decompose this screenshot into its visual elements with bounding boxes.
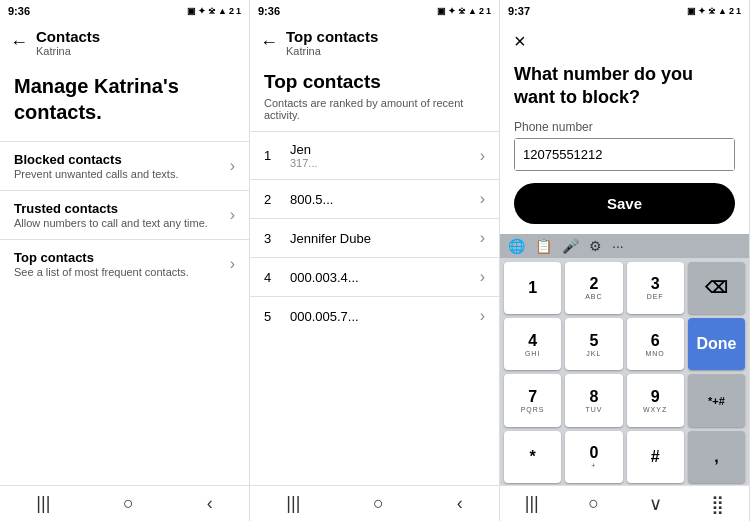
kb-key-1[interactable]: 1	[504, 262, 561, 314]
bottom-nav-1: ||| ○ ‹	[0, 485, 249, 521]
kb-more-icon[interactable]: ···	[612, 238, 624, 254]
blocked-contacts-text: Blocked contacts Prevent unwanted calls …	[14, 152, 230, 180]
status-time-2: 9:36	[258, 5, 280, 17]
nav-title-1: Contacts	[36, 28, 100, 45]
kb-key-star[interactable]: *	[504, 431, 561, 483]
contact-info-4: 000.003.4...	[290, 270, 480, 285]
nav-title-2: Top contacts	[286, 28, 378, 45]
contact-name-3: Jennifer Dube	[290, 231, 480, 246]
bottom-nav-grid-3[interactable]: ⣿	[711, 493, 724, 515]
contact-detail-1: 317...	[290, 157, 480, 169]
trusted-contacts-title: Trusted contacts	[14, 201, 230, 216]
top-contacts-item[interactable]: Top contacts See a list of most frequent…	[0, 239, 249, 288]
bottom-nav-home-1[interactable]: ○	[123, 493, 134, 514]
kb-key-symbols[interactable]: *+#	[688, 374, 745, 426]
contact-rank-1: 1	[264, 148, 280, 163]
contact-item-5[interactable]: 5 000.005.7... ›	[250, 296, 499, 335]
contact-chevron-3: ›	[480, 229, 485, 247]
kb-key-5[interactable]: 5JKL	[565, 318, 622, 370]
top-contacts-desc: Contacts are ranked by amount of recent …	[250, 97, 499, 131]
contact-info-3: Jennifer Dube	[290, 231, 480, 246]
kb-globe-icon[interactable]: 🌐	[508, 238, 525, 254]
keyboard-tool-icons: 🌐 📋 🎤 ⚙ ···	[508, 238, 624, 254]
nav-title-group-2: Top contacts Katrina	[286, 28, 378, 57]
back-button-2[interactable]: ←	[260, 32, 278, 53]
kb-key-6[interactable]: 6MNO	[627, 318, 684, 370]
kb-clipboard-icon[interactable]: 📋	[535, 238, 552, 254]
phone-number-label: Phone number	[500, 120, 749, 138]
contact-item-3[interactable]: 3 Jennifer Dube ›	[250, 218, 499, 257]
contact-item-2[interactable]: 2 800.5... ›	[250, 179, 499, 218]
bottom-nav-recent-1[interactable]: |||	[36, 493, 50, 514]
bottom-nav-home-3[interactable]: ○	[588, 493, 599, 514]
contact-chevron-5: ›	[480, 307, 485, 325]
status-icons-1: ▣ ✦ ※ ▲ 2 1	[187, 6, 241, 16]
bottom-nav-3: ||| ○ ∨ ⣿	[500, 485, 749, 521]
contact-rank-5: 5	[264, 309, 280, 324]
kb-key-7[interactable]: 7PQRS	[504, 374, 561, 426]
status-icons-3: ▣ ✦ ※ ▲ 2 1	[687, 6, 741, 16]
save-button[interactable]: Save	[514, 183, 735, 224]
kb-key-9[interactable]: 9WXYZ	[627, 374, 684, 426]
bottom-nav-recent-2[interactable]: |||	[286, 493, 300, 514]
bottom-nav-down-3[interactable]: ∨	[649, 493, 662, 515]
contact-chevron-2: ›	[480, 190, 485, 208]
kb-key-0[interactable]: 0+	[565, 431, 622, 483]
kb-key-8[interactable]: 8TUV	[565, 374, 622, 426]
panel-top-contacts: 9:36 ▣ ✦ ※ ▲ 2 1 ← Top contacts Katrina …	[250, 0, 500, 521]
top-contacts-chevron: ›	[230, 255, 235, 273]
kb-key-done[interactable]: Done	[688, 318, 745, 370]
phone-input-wrap	[514, 138, 735, 171]
bottom-nav-2: ||| ○ ‹	[250, 485, 499, 521]
kb-key-comma[interactable]: ,	[688, 431, 745, 483]
contact-chevron-4: ›	[480, 268, 485, 286]
bottom-nav-home-2[interactable]: ○	[373, 493, 384, 514]
panel-block-number: 9:37 ▣ ✦ ※ ▲ 2 1 × What number do you wa…	[500, 0, 750, 521]
contact-info-2: 800.5...	[290, 192, 480, 207]
bottom-nav-recent-3[interactable]: |||	[525, 493, 539, 514]
blocked-contacts-item[interactable]: Blocked contacts Prevent unwanted calls …	[0, 141, 249, 190]
contact-item-1[interactable]: 1 Jen 317... ›	[250, 131, 499, 179]
contact-info-5: 000.005.7...	[290, 309, 480, 324]
kb-key-2[interactable]: 2ABC	[565, 262, 622, 314]
nav-bar-1: ← Contacts Katrina	[0, 22, 249, 63]
contact-info-1: Jen 317...	[290, 142, 480, 169]
status-bar-3: 9:37 ▣ ✦ ※ ▲ 2 1	[500, 0, 749, 22]
top-contacts-heading: Top contacts	[250, 63, 499, 97]
kb-row-4: * 0+ # ,	[504, 431, 745, 483]
blocked-contacts-chevron: ›	[230, 157, 235, 175]
kb-mic-icon[interactable]: 🎤	[562, 238, 579, 254]
contact-item-4[interactable]: 4 000.003.4... ›	[250, 257, 499, 296]
panel-contacts: 9:36 ▣ ✦ ※ ▲ 2 1 ← Contacts Katrina Mana…	[0, 0, 250, 521]
panel-heading-1: Manage Katrina's contacts.	[0, 63, 249, 141]
kb-row-3: 7PQRS 8TUV 9WXYZ *+#	[504, 374, 745, 426]
keyboard-toolbar: 🌐 📋 🎤 ⚙ ···	[500, 234, 749, 258]
bottom-nav-back-2[interactable]: ‹	[457, 493, 463, 514]
dialog-question: What number do you want to block?	[500, 57, 749, 120]
nav-bar-2: ← Top contacts Katrina	[250, 22, 499, 63]
nav-subtitle-1: Katrina	[36, 45, 100, 57]
contact-chevron-1: ›	[480, 147, 485, 165]
top-contacts-text: Top contacts See a list of most frequent…	[14, 250, 230, 278]
keyboard-rows: 1 2ABC 3DEF ⌫ 4GHI 5JKL 6MNO Done 7PQRS …	[500, 258, 749, 485]
kb-key-backspace[interactable]: ⌫	[688, 262, 745, 314]
kb-key-hash[interactable]: #	[627, 431, 684, 483]
contact-rank-2: 2	[264, 192, 280, 207]
kb-key-4[interactable]: 4GHI	[504, 318, 561, 370]
trusted-contacts-item[interactable]: Trusted contacts Allow numbers to call a…	[0, 190, 249, 239]
kb-row-1: 1 2ABC 3DEF ⌫	[504, 262, 745, 314]
contact-rank-4: 4	[264, 270, 280, 285]
top-contacts-desc: See a list of most frequent contacts.	[14, 266, 230, 278]
kb-key-3[interactable]: 3DEF	[627, 262, 684, 314]
back-button-1[interactable]: ←	[10, 32, 28, 53]
status-bar-2: 9:36 ▣ ✦ ※ ▲ 2 1	[250, 0, 499, 22]
nav-subtitle-2: Katrina	[286, 45, 378, 57]
kb-settings-icon[interactable]: ⚙	[589, 238, 602, 254]
close-button[interactable]: ×	[500, 22, 749, 57]
bottom-nav-back-1[interactable]: ‹	[207, 493, 213, 514]
phone-number-input[interactable]	[515, 139, 734, 170]
kb-row-2: 4GHI 5JKL 6MNO Done	[504, 318, 745, 370]
status-icons-2: ▣ ✦ ※ ▲ 2 1	[437, 6, 491, 16]
status-time-3: 9:37	[508, 5, 530, 17]
blocked-contacts-title: Blocked contacts	[14, 152, 230, 167]
